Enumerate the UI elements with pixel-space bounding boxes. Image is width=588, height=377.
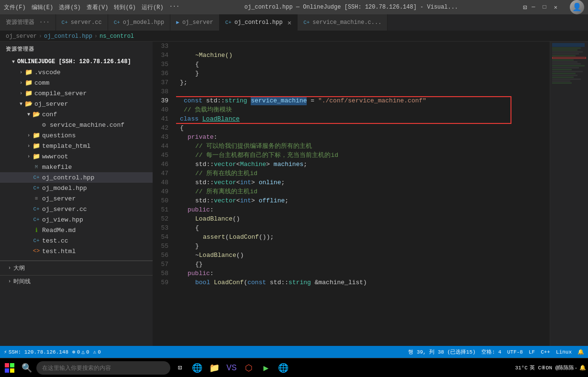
sidebar-root[interactable]: ▼ ONLINEJUDGE [SSH: 120.78.126.148] xyxy=(0,56,153,67)
tab-oj-control-icon: C+ xyxy=(225,20,232,25)
token-brace-42: { xyxy=(180,123,184,133)
tab-more-icon[interactable]: ··· xyxy=(39,19,50,26)
search-button[interactable]: 🔍 xyxy=(19,360,34,376)
terminal-icon[interactable]: ▶ xyxy=(258,360,274,376)
sidebar-label-comm: comm xyxy=(34,79,49,87)
tab-server-cc-icon: C+ xyxy=(62,20,68,25)
folder-icon: 📁 xyxy=(25,68,33,76)
tab-close-btn[interactable]: ✕ xyxy=(288,19,291,27)
menu-run[interactable]: 运行(R) xyxy=(142,3,164,11)
menu-bar[interactable]: 文件(F) 编辑(E) 选择(S) 查看(V) 转到(G) 运行(R) ··· xyxy=(4,3,179,11)
menu-view[interactable]: 查看(V) xyxy=(87,3,109,11)
code-line-36: } xyxy=(180,69,550,78)
sidebar-item-oj-control-hpp[interactable]: C+ oj_control.hpp xyxy=(0,172,153,183)
menu-goto[interactable]: 转到(G) xyxy=(114,3,136,11)
taskbar-search-input[interactable] xyxy=(36,361,170,375)
info-icon: ⚠ xyxy=(93,349,97,355)
line-num-37: 37 xyxy=(153,78,172,87)
timeline-panel[interactable]: › 时间线 xyxy=(0,275,153,287)
oj-control-file-icon: C+ xyxy=(33,174,40,181)
status-language[interactable]: C++ xyxy=(541,349,550,355)
edge-icon[interactable]: 🌐 xyxy=(189,360,205,376)
menu-edit[interactable]: 编辑(E) xyxy=(32,3,54,11)
sidebar-item-compile-server[interactable]: › 📁 compile_server xyxy=(0,88,153,99)
notification-icon[interactable]: 🔔 xyxy=(577,349,584,355)
chrome-icon[interactable]: 🌐 xyxy=(276,360,291,376)
sidebar-item-comm[interactable]: › 📁 comm xyxy=(0,78,153,88)
breadcrumb-part-2[interactable]: oj_control.hpp xyxy=(44,33,92,40)
line-num-33: 33 xyxy=(153,42,172,51)
sidebar-item-test-html[interactable]: <> test.html xyxy=(0,246,153,256)
sidebar-label-oj-model-hpp: oj_model.hpp xyxy=(42,185,87,192)
window-maximize-btn[interactable]: □ xyxy=(540,4,549,11)
sidebar-item-template-html[interactable]: › 📁 template_html xyxy=(0,141,153,151)
status-errors[interactable]: ⊗ 0 △ 0 xyxy=(72,349,89,355)
taskbar-notification-icon[interactable]: 🔔 xyxy=(579,365,586,371)
window-minimize-btn[interactable]: ─ xyxy=(529,4,538,11)
tab-oj-server-icon: ▶ xyxy=(176,19,179,25)
token-semi-48: ; xyxy=(281,178,285,187)
menu-file[interactable]: 文件(F) xyxy=(4,3,26,11)
status-os[interactable]: Linux xyxy=(556,349,572,355)
git-icon[interactable]: ⬡ xyxy=(241,360,256,376)
status-position[interactable]: 행 39, 列 38 (已选择15) xyxy=(408,348,476,355)
token-machine-46: Machine xyxy=(240,160,266,169)
sidebar-item-makefile[interactable]: M makefile xyxy=(0,162,153,172)
token-parens-52: () xyxy=(233,214,240,223)
code-line-34: ~Machine() xyxy=(180,51,550,60)
menu-more[interactable]: ··· xyxy=(169,3,180,11)
token-scope-59: :: xyxy=(281,278,288,287)
svg-rect-2 xyxy=(5,368,9,373)
code-area[interactable]: ~Machine() { } }; xyxy=(176,42,550,346)
sidebar-item-oj-server-cc[interactable]: C+ oj_server.cc xyxy=(0,204,153,214)
status-line-ending[interactable]: LF xyxy=(529,349,535,355)
sidebar-item-readme[interactable]: ℹ ReadMe.md xyxy=(0,225,153,235)
sidebar-item-oj-server-exe[interactable]: ≡ oj_server xyxy=(0,193,153,204)
sidebar-item-vscode[interactable]: › 📁 .vscode xyxy=(0,67,153,78)
window-close-btn[interactable]: ✕ xyxy=(551,4,560,11)
task-view-icon[interactable]: ⊡ xyxy=(172,360,188,376)
tab-service-machine[interactable]: C+ service_machine.c... xyxy=(298,14,388,31)
code-line-59: bool LoadConf ( const std :: string &mac… xyxy=(180,278,550,287)
tab-oj-model[interactable]: C+ oj_model.hpp xyxy=(108,14,171,31)
line-num-42: 42 xyxy=(153,123,172,133)
window-layout-icon[interactable]: ⊡ xyxy=(523,3,527,11)
sidebar-item-wwwroot[interactable]: › 📁 wwwroot xyxy=(0,151,153,162)
tab-service-machine-label: service_machine.c... xyxy=(312,19,381,26)
sidebar-item-oj-server[interactable]: ▼ 📂 oj_server xyxy=(0,99,153,109)
status-encoding[interactable]: UTF-8 xyxy=(507,349,523,355)
menu-select[interactable]: 选择(S) xyxy=(59,3,81,11)
outline-label: 大纲 xyxy=(13,264,25,272)
status-spaces[interactable]: 空格: 4 xyxy=(481,348,501,355)
line-num-46: 46 xyxy=(153,160,172,169)
line-num-45: 45 xyxy=(153,151,172,160)
line-num-55: 55 xyxy=(153,242,172,251)
sidebar-item-service-machine-conf[interactable]: ⚙ service_machine.conf xyxy=(0,120,153,130)
vs-icon[interactable]: VS xyxy=(224,360,239,376)
breadcrumb-part-1[interactable]: oj_server xyxy=(6,33,37,40)
tab-resource-manager[interactable]: 资源管理器 ··· xyxy=(0,14,56,31)
root-expand-icon: ▼ xyxy=(10,59,17,65)
breadcrumb-part-3[interactable]: ns_control xyxy=(100,33,134,40)
token-colon-58: : xyxy=(210,269,214,278)
explorer-icon[interactable]: 📁 xyxy=(207,360,222,376)
editor-content[interactable]: 33 34 35 36 37 38 39 40 41 42 43 44 45 4… xyxy=(153,42,588,346)
status-ssh[interactable]: ⚡ SSH: 120.78.126.148 xyxy=(4,349,68,355)
sidebar-label-vscode: .vscode xyxy=(34,69,61,76)
sidebar-item-test-cc[interactable]: C+ test.cc xyxy=(0,235,153,246)
status-info-icon[interactable]: ⚠ 0 xyxy=(93,349,101,355)
tab-oj-server[interactable]: ▶ oj_server xyxy=(170,14,219,31)
token-gt-50: > xyxy=(251,196,259,205)
outline-panel[interactable]: › 大纲 xyxy=(0,261,153,275)
tab-oj-control[interactable]: C+ oj_control.hpp ✕ xyxy=(220,14,298,31)
taskbar-right: 31°C 英 C⑧DN @陈陈陈- 🔔 xyxy=(515,364,586,371)
status-left: ⚡ SSH: 120.78.126.148 ⊗ 0 △ 0 ⚠ 0 xyxy=(4,349,101,355)
sidebar-item-conf[interactable]: ▼ 📂 conf xyxy=(0,109,153,120)
start-button[interactable] xyxy=(2,360,17,376)
folder-conf-icon: 📂 xyxy=(33,111,40,118)
tab-server-cc[interactable]: C+ server.cc xyxy=(56,14,108,31)
sidebar-item-questions[interactable]: › 📁 questions xyxy=(0,130,153,141)
sidebar-item-oj-model-hpp[interactable]: C+ oj_model.hpp xyxy=(0,183,153,193)
sidebar-item-oj-view-hpp[interactable]: C+ oj_view.hpp xyxy=(0,214,153,225)
oj-server-cc-icon: C+ xyxy=(33,205,40,213)
